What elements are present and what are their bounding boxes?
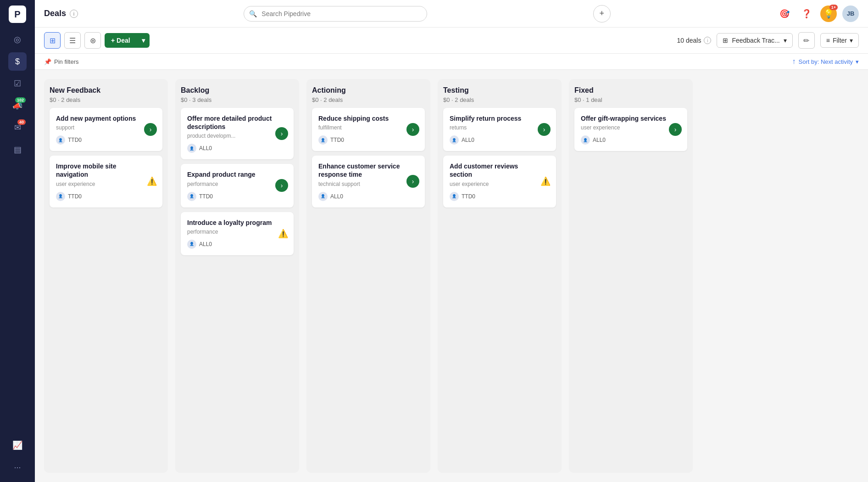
column-title-testing: Testing [443, 86, 556, 95]
user-name: TTD0 [330, 137, 344, 143]
filter-button[interactable]: ≡ Filter ▾ [820, 33, 859, 48]
search-bar: 🔍 [244, 6, 427, 22]
user-name: ALL0 [199, 145, 212, 151]
card-user-card-9: 👤TTD0 [450, 192, 475, 201]
card-title-card-8: Simplify return process [450, 114, 550, 123]
card-card-7[interactable]: Enhance customer service response timete… [312, 156, 425, 207]
avatar[interactable]: JB [842, 6, 859, 22]
edit-pipeline-button[interactable]: ✏ [798, 32, 815, 49]
sidebar-item-inbox[interactable]: ✉ 40 [8, 118, 27, 137]
card-action-button[interactable]: › [406, 123, 419, 136]
pipeline-chevron: ▾ [784, 37, 787, 44]
card-user-card-10: 👤ALL0 [581, 135, 606, 145]
user-name: TTD0 [199, 193, 213, 200]
card-user-card-5: 👤ALL0 [187, 240, 212, 249]
card-title-card-7: Enhance customer service response time [318, 162, 418, 179]
warning-icon: ⚠️ [147, 176, 157, 186]
card-action-button[interactable]: › [144, 123, 157, 136]
card-card-5[interactable]: Introduce a loyalty programperformance👤A… [181, 212, 294, 255]
card-user-card-4: 👤TTD0 [187, 192, 213, 201]
warning-icon: ⚠️ [278, 229, 288, 239]
card-user-card-6: 👤TTD0 [318, 135, 344, 145]
card-card-9[interactable]: Add customer reviews sectionuser experie… [443, 156, 556, 207]
page-title: Deals i [44, 9, 78, 18]
card-footer-card-9: 👤TTD0 [450, 192, 550, 201]
column-header-new-feedback: New Feedback$0 · 2 deals [50, 86, 162, 103]
sidebar-item-chart[interactable]: 📈 [8, 436, 27, 454]
insights-button[interactable]: 💡 1+ [820, 6, 837, 22]
card-label-card-9: user experience [450, 181, 550, 187]
card-label-card-5: performance [187, 229, 287, 235]
card-card-2[interactable]: Improve mobile site navigationuser exper… [50, 156, 162, 207]
card-card-4[interactable]: Expand product rangeperformance👤TTD0› [181, 164, 294, 207]
sidebar-item-tasks[interactable]: ☑ [8, 74, 27, 93]
card-footer-card-7: 👤ALL0 [318, 192, 418, 201]
forecast-view-button[interactable]: ⊛ [84, 32, 101, 49]
column-title-new-feedback: New Feedback [50, 86, 162, 95]
card-title-card-10: Offer gift-wrapping services [581, 114, 681, 123]
kanban-board: New Feedback$0 · 2 dealsAdd new payment … [35, 70, 868, 482]
card-card-1[interactable]: Add new payment optionssupport👤TTD0› [50, 108, 162, 151]
sidebar-item-more[interactable]: ··· [8, 458, 27, 476]
sidebar-item-deals[interactable]: $ [8, 52, 27, 71]
column-meta-backlog: $0 · 3 deals [181, 96, 294, 103]
card-action-button[interactable]: › [669, 123, 682, 136]
user-avatar: 👤 [450, 135, 459, 145]
card-user-card-1: 👤TTD0 [56, 135, 82, 145]
user-name: ALL0 [462, 137, 474, 143]
card-action-button[interactable]: › [275, 127, 288, 140]
deal-count-info-icon[interactable]: i [704, 37, 711, 44]
user-name: ALL0 [593, 137, 606, 143]
help-icon-button[interactable]: ❓ [798, 6, 815, 22]
column-backlog: Backlog$0 · 3 dealsOffer more detailed p… [175, 79, 299, 473]
card-title-card-3: Offer more detailed product descriptions [187, 114, 287, 131]
card-title-card-5: Introduce a loyalty program [187, 219, 287, 227]
global-add-button[interactable]: + [593, 5, 611, 22]
sort-button[interactable]: ↑ Sort by: Next activity ▾ [792, 57, 859, 66]
column-fixed: Fixed$0 · 1 dealOffer gift-wrapping serv… [569, 79, 693, 473]
main-content: Deals i 🔍 + 🎯 ❓ 💡 1+ JB ⊞ ☰ ⊛ + Deal ▾ [35, 0, 868, 482]
card-card-6[interactable]: Reduce shipping costsfulfillment👤TTD0› [312, 108, 425, 151]
sidebar-item-campaigns[interactable]: 📣 102 [8, 96, 27, 115]
list-view-button[interactable]: ☰ [64, 32, 81, 49]
card-label-card-3: product developm... [187, 133, 287, 139]
user-name: ALL0 [330, 193, 343, 200]
activities-icon-button[interactable]: 🎯 [776, 6, 793, 22]
user-avatar: 👤 [318, 135, 328, 145]
topbar-actions: 🎯 ❓ 💡 1+ JB [776, 6, 859, 22]
user-avatar: 👤 [450, 192, 459, 201]
add-deal-button[interactable]: + Deal ▾ [105, 33, 150, 48]
card-footer-card-1: 👤TTD0 [56, 135, 156, 145]
pin-filters[interactable]: 📌 Pin filters [44, 58, 78, 65]
card-title-card-1: Add new payment options [56, 114, 156, 123]
add-deal-caret[interactable]: ▾ [137, 33, 150, 48]
card-action-button[interactable]: › [406, 175, 419, 188]
card-action-button[interactable]: › [275, 179, 288, 192]
card-card-3[interactable]: Offer more detailed product descriptions… [181, 108, 294, 159]
sidebar-item-cards[interactable]: ▤ [8, 140, 27, 159]
card-title-card-9: Add customer reviews section [450, 162, 550, 179]
title-info-icon[interactable]: i [70, 10, 78, 18]
sub-toolbar: 📌 Pin filters ↑ Sort by: Next activity ▾ [35, 54, 868, 70]
sidebar-item-target[interactable]: ◎ [8, 30, 27, 49]
pipeline-icon: ⊞ [723, 37, 728, 44]
card-title-card-6: Reduce shipping costs [318, 114, 418, 123]
card-title-card-4: Expand product range [187, 170, 287, 179]
logo[interactable]: P [9, 6, 26, 23]
card-title-card-2: Improve mobile site navigation [56, 162, 156, 179]
pipeline-selector[interactable]: ⊞ Feedback Trac... ▾ [717, 33, 792, 48]
search-icon: 🔍 [249, 10, 257, 17]
card-footer-card-3: 👤ALL0 [187, 144, 287, 153]
insights-badge: 1+ [829, 5, 838, 10]
toolbar-right: 10 deals i ⊞ Feedback Trac... ▾ ✏ ≡ Filt… [677, 32, 859, 49]
search-input[interactable] [244, 6, 427, 22]
user-avatar: 👤 [581, 135, 590, 145]
card-card-10[interactable]: Offer gift-wrapping servicesuser experie… [574, 108, 687, 151]
column-new-feedback: New Feedback$0 · 2 dealsAdd new payment … [44, 79, 168, 473]
card-label-card-8: returns [450, 124, 550, 131]
user-avatar: 👤 [187, 240, 196, 249]
toolbar: ⊞ ☰ ⊛ + Deal ▾ 10 deals i ⊞ Feedback Tra… [35, 28, 868, 54]
card-card-8[interactable]: Simplify return processreturns👤ALL0› [443, 108, 556, 151]
kanban-view-button[interactable]: ⊞ [44, 32, 61, 49]
card-action-button[interactable]: › [538, 123, 551, 136]
